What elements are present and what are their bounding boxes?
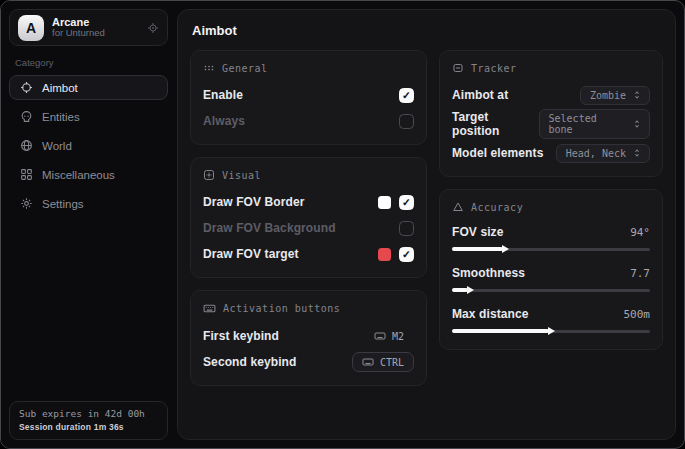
sidebar-item-label: Settings bbox=[42, 198, 84, 210]
activation-card: Activation buttons First keybind M2 bbox=[190, 290, 427, 386]
sidebar-item-aimbot[interactable]: Aimbot bbox=[9, 75, 168, 100]
main-panel: Aimbot General bbox=[177, 9, 676, 440]
setting-label: Second keybind bbox=[203, 355, 296, 369]
grid-icon bbox=[20, 168, 33, 181]
setting-label: Aimbot at bbox=[452, 88, 508, 102]
target-position-dropdown[interactable]: Selected bone bbox=[539, 109, 650, 139]
setting-row-second-keybind: Second keybind CTRL bbox=[203, 350, 414, 374]
sidebar-item-label: Entities bbox=[42, 111, 80, 123]
crosshair-icon bbox=[20, 81, 33, 94]
keyboard-icon bbox=[203, 302, 216, 315]
scan-icon bbox=[452, 62, 464, 74]
globe-icon bbox=[20, 139, 33, 152]
dropdown-value: Head, Neck bbox=[566, 148, 626, 159]
keyboard-icon bbox=[362, 356, 374, 368]
general-card-title: General bbox=[222, 63, 268, 74]
always-checkbox[interactable] bbox=[399, 114, 414, 129]
setting-row-enable: Enable bbox=[203, 83, 414, 107]
accuracy-card-title: Accuracy bbox=[471, 202, 523, 213]
smoothness-value: 7.7 bbox=[630, 267, 650, 280]
setting-label: Max distance bbox=[452, 307, 529, 321]
slider-fill bbox=[452, 247, 503, 251]
setting-row-always: Always bbox=[203, 109, 414, 133]
smoothness-slider[interactable] bbox=[452, 286, 650, 295]
setting-row-target-position: Target position Selected bone bbox=[452, 109, 650, 139]
fov-background-checkbox[interactable] bbox=[399, 221, 414, 236]
model-elements-dropdown[interactable]: Head, Neck bbox=[556, 144, 650, 163]
slider-track[interactable] bbox=[452, 289, 650, 292]
setting-label: Always bbox=[203, 114, 245, 128]
setting-label: Draw FOV target bbox=[203, 247, 299, 261]
eye-icon bbox=[203, 169, 215, 181]
keybind-value: M2 bbox=[392, 331, 404, 342]
setting-label: Target position bbox=[452, 110, 539, 138]
visual-card: Visual Draw FOV Border Draw FOV Backgrou… bbox=[190, 157, 427, 278]
tracker-card-title: Tracker bbox=[471, 63, 517, 74]
fov-size-value: 94° bbox=[630, 226, 650, 239]
slider-fill bbox=[452, 288, 468, 292]
max-distance-value: 500m bbox=[624, 308, 651, 321]
sidebar-item-settings[interactable]: Settings bbox=[9, 191, 168, 216]
setting-row-fov-size: FOV size 94° bbox=[452, 222, 650, 254]
fov-border-checkbox[interactable] bbox=[399, 195, 414, 210]
setting-row-fov-background: Draw FOV Background bbox=[203, 216, 414, 240]
setting-row-max-distance: Max distance 500m bbox=[452, 304, 650, 336]
dropdown-value: Zombie bbox=[590, 90, 626, 101]
fov-target-checkbox[interactable] bbox=[399, 247, 414, 262]
drag-dots-icon bbox=[203, 62, 215, 74]
sidebar-item-miscellaneous[interactable]: Miscellaneous bbox=[9, 162, 168, 187]
aimbot-at-dropdown[interactable]: Zombie bbox=[580, 86, 650, 105]
skull-icon bbox=[20, 110, 33, 123]
setting-row-fov-border: Draw FOV Border bbox=[203, 190, 414, 214]
session-duration-text: Session duration 1m 36s bbox=[19, 422, 158, 432]
setting-label: Draw FOV Background bbox=[203, 221, 336, 235]
setting-row-fov-target: Draw FOV target bbox=[203, 242, 414, 266]
setting-label: Enable bbox=[203, 88, 243, 102]
enable-checkbox[interactable] bbox=[399, 88, 414, 103]
brand-card: A Arcane for Unturned bbox=[9, 9, 168, 46]
setting-row-aimbot-at: Aimbot at Zombie bbox=[452, 83, 650, 107]
sidebar-item-label: World bbox=[42, 140, 72, 152]
sidebar-item-label: Aimbot bbox=[42, 82, 78, 94]
sidebar-nav: Aimbot Entities World bbox=[9, 75, 168, 216]
app-subtitle: for Unturned bbox=[52, 28, 139, 39]
unfold-icon bbox=[632, 119, 642, 129]
sidebar-item-entities[interactable]: Entities bbox=[9, 104, 168, 129]
tracker-card: Tracker Aimbot at Zombie bbox=[439, 50, 663, 177]
category-label: Category bbox=[15, 57, 162, 68]
fov-target-color-swatch[interactable] bbox=[378, 248, 391, 261]
max-distance-slider[interactable] bbox=[452, 327, 650, 336]
slider-fill bbox=[452, 329, 549, 333]
setting-row-model-elements: Model elements Head, Neck bbox=[452, 141, 650, 165]
setting-label: Model elements bbox=[452, 146, 543, 160]
gear-icon bbox=[20, 197, 33, 210]
setting-label: Draw FOV Border bbox=[203, 195, 305, 209]
slider-handle[interactable] bbox=[467, 286, 474, 294]
keybind-value: CTRL bbox=[380, 357, 404, 368]
slider-handle[interactable] bbox=[548, 327, 555, 335]
triangle-icon bbox=[452, 201, 464, 213]
setting-label: FOV size bbox=[452, 225, 503, 239]
fov-size-slider[interactable] bbox=[452, 245, 650, 254]
keyboard-icon bbox=[374, 330, 386, 342]
setting-label: First keybind bbox=[203, 329, 279, 343]
scope-settings-icon[interactable] bbox=[147, 22, 159, 34]
sidebar-item-world[interactable]: World bbox=[9, 133, 168, 158]
setting-label: Smoothness bbox=[452, 266, 525, 280]
unfold-icon bbox=[632, 148, 642, 158]
sub-expiry-text: Sub expires in 42d 00h bbox=[19, 408, 158, 419]
setting-row-smoothness: Smoothness 7.7 bbox=[452, 263, 650, 295]
dropdown-value: Selected bone bbox=[549, 113, 626, 135]
fov-border-color-swatch[interactable] bbox=[378, 196, 391, 209]
accuracy-card: Accuracy FOV size 94° bbox=[439, 189, 663, 350]
general-card: General Enable Always bbox=[190, 50, 427, 145]
sidebar: A Arcane for Unturned Category A bbox=[1, 1, 176, 448]
setting-row-first-keybind: First keybind M2 bbox=[203, 324, 414, 348]
visual-card-title: Visual bbox=[222, 170, 261, 181]
page-title: Aimbot bbox=[192, 23, 663, 38]
slider-handle[interactable] bbox=[502, 245, 509, 253]
app-window: A Arcane for Unturned Category A bbox=[0, 0, 685, 449]
first-keybind-button[interactable]: M2 bbox=[364, 326, 414, 346]
sidebar-item-label: Miscellaneous bbox=[42, 169, 115, 181]
second-keybind-button[interactable]: CTRL bbox=[352, 352, 414, 372]
